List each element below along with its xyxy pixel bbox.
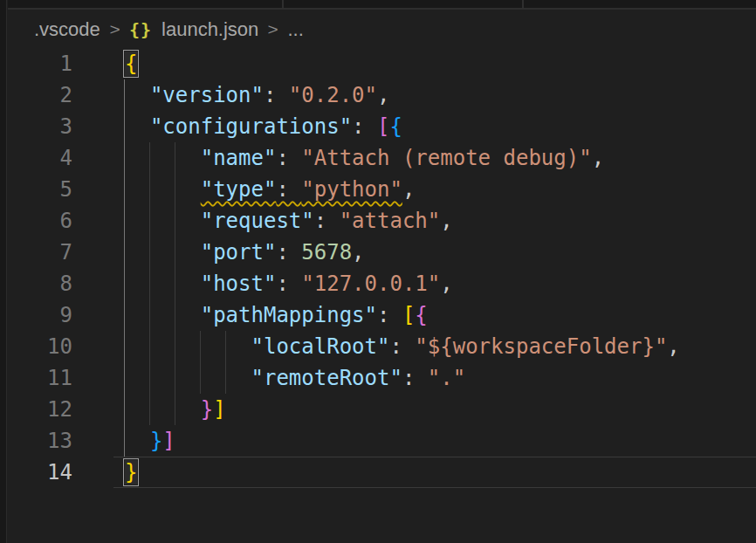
code-text[interactable]: "pathMappings": [{ <box>125 299 428 331</box>
indent-guide <box>175 394 175 425</box>
line-number[interactable]: 4 <box>8 142 72 174</box>
indent-guide <box>124 237 125 268</box>
indent-guide <box>124 174 125 205</box>
indent-guide <box>149 268 150 299</box>
tab-bar-bottom <box>8 0 756 10</box>
indent-guide <box>124 79 125 111</box>
warning-squiggle-token: "python" <box>301 177 402 202</box>
indent-guide <box>175 299 175 331</box>
code-text[interactable]: }] <box>125 394 226 425</box>
indent-guide <box>124 268 125 299</box>
indent-guide <box>124 362 125 394</box>
code-line-1[interactable]: 1{ <box>8 48 756 79</box>
indent-guide <box>175 362 175 394</box>
tab-separator <box>282 0 284 8</box>
indent-guide <box>175 331 175 362</box>
indent-guide <box>200 331 201 362</box>
indent-guide <box>149 299 150 331</box>
line-number[interactable]: 5 <box>8 174 72 205</box>
code-text[interactable]: "version": "0.2.0", <box>125 79 389 111</box>
code-line-6[interactable]: 6 "request": "attach", <box>8 205 756 237</box>
code-editor[interactable]: 1{2 "version": "0.2.0",3 "configurations… <box>8 48 756 543</box>
line-number[interactable]: 7 <box>8 237 72 268</box>
indent-guide <box>149 237 150 268</box>
code-text[interactable]: "type": "python", <box>125 174 415 205</box>
warning-squiggle-token: : <box>276 177 301 202</box>
indent-guide <box>225 331 226 362</box>
code-line-7[interactable]: 7 "port": 5678, <box>8 237 756 268</box>
indent-guide <box>175 205 175 237</box>
indent-guide <box>149 174 150 205</box>
code-text[interactable]: { <box>125 48 137 79</box>
line-number[interactable]: 11 <box>8 362 72 394</box>
sidebar-edge <box>0 0 7 543</box>
indent-guide <box>124 111 125 142</box>
code-line-5[interactable]: 5 "type": "python", <box>8 174 756 205</box>
breadcrumb: .vscode > {} launch.json > ... <box>8 11 756 48</box>
indent-guide <box>175 268 175 299</box>
line-number[interactable]: 9 <box>8 299 72 331</box>
bracket-match: } <box>125 460 137 485</box>
code-text[interactable]: "localRoot": "${workspaceFolder}", <box>125 331 680 362</box>
line-number[interactable]: 10 <box>8 331 72 362</box>
code-line-10[interactable]: 10 "localRoot": "${workspaceFolder}", <box>8 331 756 362</box>
indent-guide <box>124 299 125 331</box>
line-number[interactable]: 14 <box>8 457 72 488</box>
indent-guide <box>149 205 150 237</box>
code-line-12[interactable]: 12 }] <box>8 394 756 425</box>
breadcrumb-item-folder[interactable]: .vscode <box>34 18 100 41</box>
line-number[interactable]: 13 <box>8 425 72 457</box>
code-line-13[interactable]: 13 }] <box>8 425 756 457</box>
bracket-match: { <box>125 52 137 76</box>
indent-guide <box>149 362 150 394</box>
line-number[interactable]: 6 <box>8 205 72 237</box>
breadcrumb-item-symbol[interactable]: ... <box>287 18 303 41</box>
indent-guide <box>124 142 125 174</box>
indent-guide <box>149 142 150 174</box>
chevron-right-icon: > <box>268 20 278 39</box>
indent-guide <box>175 237 175 268</box>
indent-guide <box>225 362 226 394</box>
line-number[interactable]: 12 <box>8 394 72 425</box>
indent-guide <box>149 331 150 362</box>
code-text[interactable]: "name": "Attach (remote debug)", <box>125 142 604 174</box>
code-line-11[interactable]: 11 "remoteRoot": "." <box>8 362 756 394</box>
breadcrumb-item-file[interactable]: launch.json <box>162 18 258 41</box>
line-number[interactable]: 8 <box>8 268 72 299</box>
indent-guide <box>200 362 201 394</box>
line-number[interactable]: 2 <box>8 79 72 111</box>
code-line-9[interactable]: 9 "pathMappings": [{ <box>8 299 756 331</box>
code-line-2[interactable]: 2 "version": "0.2.0", <box>8 79 756 111</box>
code-text[interactable]: "port": 5678, <box>125 237 365 268</box>
tab-separator <box>522 0 524 8</box>
code-line-8[interactable]: 8 "host": "127.0.0.1", <box>8 268 756 299</box>
code-text[interactable]: "remoteRoot": "." <box>125 362 465 394</box>
code-text[interactable]: "configurations": [{ <box>125 111 402 142</box>
json-braces-icon: {} <box>129 19 152 40</box>
code-text[interactable]: }] <box>125 425 175 457</box>
chevron-right-icon: > <box>109 20 120 39</box>
warning-squiggle-token: "type" <box>201 177 277 202</box>
code-text[interactable]: } <box>125 457 137 488</box>
line-number[interactable]: 1 <box>8 48 72 79</box>
indent-guide <box>175 174 175 205</box>
indent-guide <box>124 394 125 425</box>
indent-guide <box>124 205 125 237</box>
indent-guide <box>175 142 175 174</box>
code-line-14[interactable]: 14} <box>8 457 756 488</box>
indent-guide <box>124 425 125 457</box>
code-line-3[interactable]: 3 "configurations": [{ <box>8 111 756 142</box>
indent-guide <box>124 331 125 362</box>
indent-guide <box>149 394 150 425</box>
code-line-4[interactable]: 4 "name": "Attach (remote debug)", <box>8 142 756 174</box>
line-number[interactable]: 3 <box>8 111 72 142</box>
